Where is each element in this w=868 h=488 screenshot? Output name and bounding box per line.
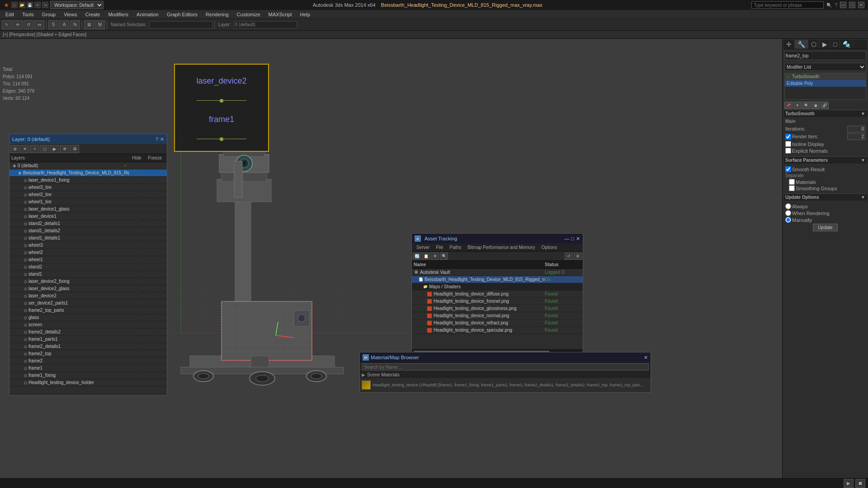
menu-edit[interactable]: Edit [2,11,18,18]
modifier-btn4[interactable]: ◼ [811,102,820,109]
layer-item[interactable]: ◇stand1_details2······ [9,227,167,235]
layer-freeze-btn[interactable]: ❄ [60,145,69,153]
layer-item[interactable]: ◇frame1_fixing······ [9,372,167,379]
rpanel-tab-utilities[interactable]: 🔩 [840,40,854,49]
manually-radio[interactable] [785,217,791,223]
layer-item[interactable]: ◇frame2_details1······ [9,343,167,350]
materials-checkbox[interactable] [789,179,795,185]
layer-item[interactable]: ◇frame1_parts1······ [9,336,167,343]
smooth-result-checkbox[interactable] [785,166,791,172]
layer-highlight-btn[interactable]: ▶ [50,145,59,153]
at-maximize-btn[interactable]: □ [571,236,574,242]
at-list-item[interactable]: 🏛Autodesk VaultLogged O [412,269,583,276]
menu-group[interactable]: Group [38,11,60,18]
rpanel-tab-create[interactable]: ✛ [783,40,795,49]
modifier-list-dropdown[interactable]: Modifier List [784,63,866,71]
at-refresh2-btn[interactable]: ↺ [565,253,573,260]
layer-item[interactable]: ⊕Beissbarth_Headlight_Testing_Device_MLD… [9,169,167,177]
undo-btn[interactable]: ↩ [34,2,41,8]
pin-stack-btn[interactable]: 📌 [784,102,793,109]
at-menu-options[interactable]: Options [539,244,560,250]
menu-views[interactable]: Views [60,11,80,18]
select-btn[interactable]: ↖ [2,20,12,29]
workspace-select[interactable]: Workspace: Default [50,1,104,9]
always-radio[interactable] [785,203,791,209]
layer-item[interactable]: ⊕Headlight_Testing_Device_controllers···… [9,386,167,387]
at-list-item[interactable]: Headlight_testing_device_specular.pngFou… [412,327,583,334]
object-name-input[interactable] [784,51,866,60]
layer-item[interactable]: ◇screen······ [9,321,167,328]
menu-create[interactable]: Create [81,11,104,18]
mb-search-input[interactable] [362,363,649,371]
material-browser-close-btn[interactable]: ✕ [644,355,648,361]
named-selection-input[interactable] [149,21,212,28]
layer-select-btn[interactable]: ◻ [40,145,49,153]
layer-item[interactable]: ◇wheel2_tire······ [9,191,167,198]
percent-snap-btn[interactable]: % [70,20,80,29]
render-iters-input[interactable] [847,133,865,140]
iterations-input[interactable] [847,126,865,132]
asset-tracking-title[interactable]: A Asset Tracking — □ ✕ [412,234,583,244]
layer-item[interactable]: ◇ser_device2_parts1······ [9,300,167,307]
at-list-item[interactable]: Headlight_testing_device_normal.pngFound [412,312,583,319]
layer-panel-close-btn[interactable]: ✕ [160,136,164,142]
layer-panel-help-btn[interactable]: ? [156,136,158,142]
layer-item[interactable]: ◇laser_device1_fixing······ [9,177,167,184]
layer-new-btn[interactable]: ⊕ [10,145,19,153]
menu-help[interactable]: Help [297,11,314,18]
layer-item[interactable]: ◇frame1······ [9,365,167,372]
layer-item[interactable]: ◇Headlight_testing_device_holder······ [9,379,167,386]
layer-item[interactable]: ◇wheel1_tire······ [9,198,167,206]
rpanel-tab-motion[interactable]: ▶ [820,40,830,49]
material-btn[interactable]: M [95,20,105,29]
rpanel-tab-display[interactable]: □ [830,40,840,49]
new-btn[interactable]: □ [11,2,18,8]
modifier-btn5[interactable]: 🔗 [821,102,829,109]
render-iters-checkbox[interactable] [785,134,791,140]
at-list-item[interactable]: Headlight_testing_device_fresnel.pngFoun… [412,298,583,305]
modifier-item-turbosmooth[interactable]: ✓ TurboSmooth [785,73,866,80]
at-filter-btn[interactable]: 🔍 [440,253,448,260]
play-btn[interactable]: ▶ [844,479,854,488]
layer-item[interactable]: ◇laser_device2_glass······ [9,285,167,292]
layer-item[interactable]: ◇stand2_details1······ [9,220,167,227]
viewport-3d[interactable]: laser_device2 frame1 Total Polys: 114 09… [0,39,782,478]
update-options-header[interactable]: Update Options ▼ [783,193,867,201]
angle-snap-btn[interactable]: A [59,20,69,29]
save-btn[interactable]: 💾 [27,2,33,8]
menu-graph-editors[interactable]: Graph Editors [163,11,201,18]
menu-maxscript[interactable]: MAXScript [265,11,296,18]
layer-panel-title[interactable]: Layer: 0 (default) ? ✕ [9,134,167,144]
rpanel-tab-modify[interactable]: 🔧 [795,40,808,49]
at-menu-bitmap[interactable]: Bitmap Performance and Memory [465,244,538,250]
rpanel-tab-hierarchy[interactable]: ⬡ [808,40,820,49]
explicit-normals-checkbox[interactable] [785,148,791,154]
surface-params-header[interactable]: Surface Parameters ▼ [783,156,867,164]
layer-delete-btn[interactable]: ✕ [20,145,29,153]
layer-item[interactable]: ◇stand1······ [9,271,167,278]
menu-rendering[interactable]: Rendering [202,11,232,18]
menu-customize[interactable]: Customize [233,11,264,18]
redo-btn[interactable]: ↪ [42,2,48,8]
layer-item[interactable]: ◇glass······ [9,314,167,321]
isoline-checkbox[interactable] [785,141,791,147]
rotate-btn[interactable]: ↺ [24,20,33,29]
snap-btn[interactable]: S [48,20,58,29]
move-btn[interactable]: ✛ [13,20,23,29]
at-list-item[interactable]: 📄Beissbarth_Headlight_Testing_Device_MLD… [412,276,583,283]
at-minimize-btn[interactable]: — [564,236,569,242]
modifier-btn2[interactable]: ▼ [793,102,802,109]
layer-item[interactable]: ◇stand2······ [9,263,167,271]
layer-unfreezeall-btn[interactable]: ♻ [70,145,79,153]
modifier-btn3[interactable]: 🔍 [802,102,811,109]
menu-modifiers[interactable]: Modifiers [104,11,132,18]
at-menu-server[interactable]: Server [414,244,432,250]
close-button[interactable]: ✕ [858,2,864,8]
at-track-btn[interactable]: 📋 [422,253,430,260]
at-view-btn[interactable]: 👁 [431,253,439,260]
layer-item[interactable]: ◇wheel1······ [9,256,167,263]
render-btn[interactable]: 🖥 [84,20,94,29]
layer-item[interactable]: ◇frame2_details2······ [9,328,167,336]
menu-tools[interactable]: Tools [19,11,38,18]
smoothing-groups-checkbox[interactable] [789,185,795,191]
